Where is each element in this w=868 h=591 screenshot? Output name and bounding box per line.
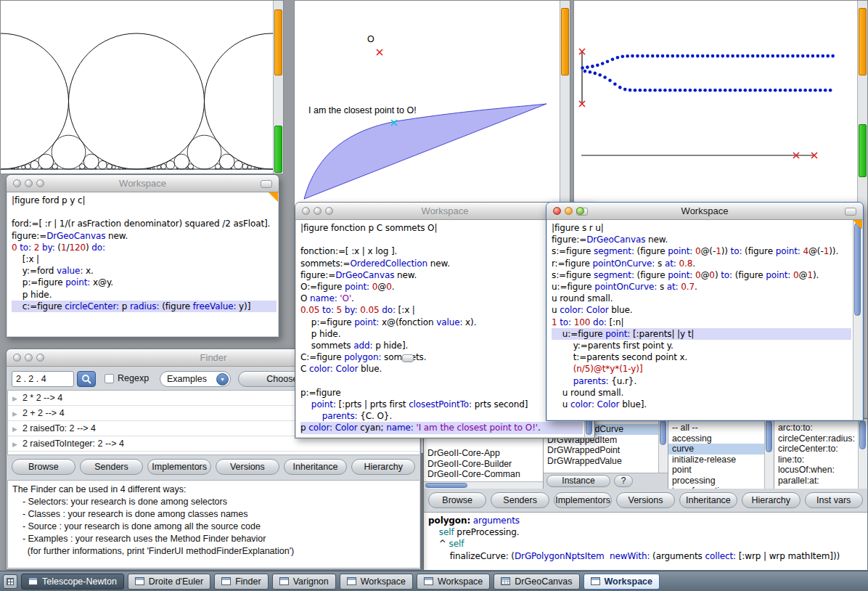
ford-circle[interactable]	[147, 168, 148, 169]
maximize-button[interactable]	[325, 207, 333, 215]
data-point[interactable]	[698, 89, 702, 92]
data-point[interactable]	[746, 54, 750, 58]
expand-triangle-icon[interactable]: ▶	[12, 395, 17, 402]
data-point[interactable]	[806, 54, 810, 58]
data-point[interactable]	[716, 54, 720, 58]
data-point[interactable]	[808, 89, 812, 92]
data-point[interactable]	[591, 65, 594, 68]
data-point[interactable]	[594, 72, 597, 76]
method-item[interactable]: arc:to:to:	[774, 423, 859, 433]
data-point[interactable]	[751, 54, 755, 58]
scrollbar-thumb-orange[interactable]	[274, 9, 282, 76]
scrollbar-thumb[interactable]	[859, 420, 866, 449]
ford-circle[interactable]	[95, 168, 97, 169]
data-point[interactable]	[661, 54, 665, 58]
data-point[interactable]	[644, 89, 647, 92]
taskbar-item-finder[interactable]: Finder	[214, 574, 268, 590]
instance-side-button[interactable]: Instance	[546, 475, 610, 487]
data-point[interactable]	[726, 54, 729, 58]
ford-circle[interactable]	[192, 168, 193, 169]
class-scrollbar[interactable]	[658, 419, 668, 473]
taskbar-item-workspace[interactable]: Workspace	[417, 574, 490, 590]
data-point[interactable]	[656, 54, 660, 58]
protocol-item[interactable]: initialize-release	[668, 455, 765, 465]
data-point[interactable]	[613, 83, 617, 86]
data-point[interactable]	[634, 89, 637, 92]
data-point[interactable]	[774, 89, 777, 92]
ford-circles-drawing[interactable]	[1, 1, 273, 174]
data-point[interactable]	[598, 73, 602, 77]
taskbar-item-workspace[interactable]: Workspace	[584, 574, 660, 590]
method-item[interactable]: line:to:	[774, 455, 859, 465]
data-point[interactable]	[816, 54, 820, 58]
class-item[interactable]: DrGWrappedValue	[544, 456, 659, 467]
data-point[interactable]	[581, 66, 584, 70]
data-point[interactable]	[681, 54, 684, 58]
titlebar[interactable]: Workspace	[7, 175, 279, 192]
data-point[interactable]	[606, 60, 610, 63]
package-item[interactable]: DrGeoII-Core-Comman	[424, 469, 534, 480]
data-point[interactable]	[706, 54, 710, 58]
comment-button[interactable]: ?	[614, 475, 633, 487]
data-point[interactable]	[794, 89, 798, 92]
expand-triangle-icon[interactable]: ▶	[12, 410, 17, 417]
data-point[interactable]	[756, 54, 760, 58]
ford-circle[interactable]	[205, 33, 274, 169]
scrollbar-thumb-green[interactable]	[274, 126, 282, 173]
data-point[interactable]	[753, 89, 757, 92]
data-point[interactable]	[784, 89, 787, 92]
data-point[interactable]	[766, 54, 770, 58]
search-input[interactable]: 2 . 2 . 4	[12, 371, 74, 387]
scrollbar-thumb-orange[interactable]	[561, 8, 569, 76]
browser-inheritance-button[interactable]: Inheritance	[679, 492, 737, 508]
expand-triangle-icon[interactable]: ▶	[12, 441, 17, 448]
data-point[interactable]	[748, 89, 752, 92]
minimize-button[interactable]	[314, 207, 322, 215]
data-point[interactable]	[623, 88, 627, 91]
maximize-button[interactable]	[576, 207, 584, 215]
workspace-window-logistic[interactable]: Workspace |figure s r u|figure:=DrGeoCan…	[546, 202, 864, 421]
search-mode-dropdown[interactable]: Examples ▼	[160, 371, 231, 387]
class-item[interactable]: DrGWrappedPoint	[544, 445, 659, 456]
expand-triangle-icon[interactable]: ▶	[12, 425, 17, 433]
taskbar-item-varignon[interactable]: Varignon	[272, 574, 336, 590]
scrollbar-thumb[interactable]	[660, 420, 666, 445]
data-point[interactable]	[822, 54, 825, 58]
ford-circle[interactable]	[231, 168, 232, 169]
browser-versions-button[interactable]: Versions	[616, 492, 674, 508]
browser-implementors-button[interactable]: Implementors	[554, 492, 612, 508]
data-point[interactable]	[586, 65, 589, 69]
data-point[interactable]	[814, 89, 817, 92]
data-point[interactable]	[769, 89, 772, 92]
ford-circle[interactable]	[1, 33, 69, 169]
protocol-item[interactable]: -- all --	[668, 423, 765, 433]
collapse-button[interactable]	[845, 208, 856, 216]
protocol-item[interactable]: point	[668, 465, 765, 476]
data-point[interactable]	[803, 89, 807, 92]
data-point[interactable]	[779, 89, 782, 92]
data-point[interactable]	[786, 54, 790, 58]
menu-button[interactable]	[3, 574, 17, 589]
data-point[interactable]	[608, 79, 612, 83]
data-point[interactable]	[666, 54, 670, 58]
point-cross-icon[interactable]	[377, 49, 382, 55]
data-point[interactable]	[629, 89, 632, 92]
data-point[interactable]	[724, 89, 727, 92]
collapse-button[interactable]	[402, 354, 414, 362]
data-point[interactable]	[626, 54, 629, 58]
data-point[interactable]	[589, 70, 592, 74]
data-point[interactable]	[686, 54, 689, 58]
code-editor[interactable]: |figure ford p y c| ford:=[ :r | 1/(r as…	[7, 192, 278, 312]
method-source-editor[interactable]: polygon: arguments self preProcessing. ^…	[424, 513, 867, 562]
browser-browse-button[interactable]: Browse	[428, 492, 486, 508]
workspace-window-ford[interactable]: Workspace |figure ford p y c| ford:=[ :r…	[6, 174, 279, 338]
data-point[interactable]	[601, 62, 605, 65]
method-scrollbar[interactable]	[858, 419, 867, 489]
protocol-scrollbar[interactable]	[764, 419, 774, 489]
scrollbar-thumb[interactable]	[425, 483, 467, 488]
ford-circle[interactable]	[69, 33, 205, 169]
method-item[interactable]: circleCenter:to:	[774, 444, 859, 455]
data-point[interactable]	[646, 54, 650, 58]
close-button[interactable]	[13, 179, 21, 187]
data-point[interactable]	[603, 76, 607, 79]
